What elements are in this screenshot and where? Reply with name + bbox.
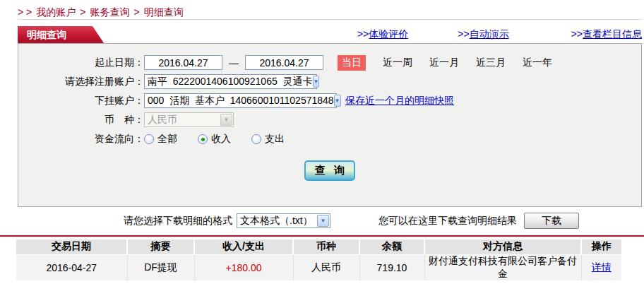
link-label: 查看栏目信息 (583, 28, 642, 40)
download-button[interactable]: 下载 (524, 213, 579, 229)
cell-currency: 人民币 (293, 254, 359, 280)
cell-date: 2016-04-27 (16, 254, 127, 280)
fund-flow-option-income: 收入 (211, 133, 231, 146)
link-prefix: >> (571, 28, 583, 40)
fund-flow-option-all: 全部 (157, 133, 177, 146)
cell-balance: 719.10 (359, 254, 424, 280)
link-experience-rating[interactable]: >>体验评价 (357, 28, 408, 41)
link-label: 自动演示 (470, 28, 509, 40)
fund-flow-option-expense: 支出 (265, 133, 285, 146)
link-label: 体验评价 (369, 28, 408, 40)
link-prefix: >> (458, 28, 469, 40)
col-header-date: 交易日期 (16, 239, 127, 254)
download-hint: 您可以在这里下载查询明细结果 (378, 215, 517, 227)
link-prefix: >> (357, 28, 369, 40)
divider (18, 19, 642, 20)
table-header-row: 交易日期 摘要 收入/支出 币种 余额 对方信息 操作 (16, 239, 621, 254)
detail-link[interactable]: 详情 (592, 261, 612, 273)
fund-flow-row: 资金流向： 全部 收入 支出 (18, 129, 641, 148)
quick-link-last-year[interactable]: 近一年 (523, 57, 552, 69)
download-format-value: 文本格式（.txt） (240, 215, 313, 227)
col-header-amount: 收入/支出 (194, 239, 293, 254)
registered-account-row: 请选择注册账户： 南平 6222001406100921065 灵通卡 ▼ (18, 72, 641, 91)
table-top-rule (0, 235, 644, 237)
registered-account-value: 南平 6222001406100921065 灵通卡 (148, 76, 313, 88)
download-row: 请您选择下载明细的格式 文本格式（.txt） ▼ 您可以在这里下载查询明细结果 … (0, 212, 644, 230)
radio-icon[interactable] (198, 134, 208, 144)
sub-account-select[interactable]: 000 活期 基本户 1406600101102571848 ▼ (144, 93, 337, 108)
breadcrumb-item-my-account[interactable]: 我的账户 (36, 6, 76, 18)
end-date-input[interactable] (245, 55, 323, 70)
cell-counterparty: 财付通支付科技有限公司客户备付金 (424, 254, 581, 280)
quick-link-last-month[interactable]: 近一月 (429, 57, 459, 69)
sub-account-value: 000 活期 基本户 1406600101102571848 (148, 95, 334, 107)
quick-link-last-3-months[interactable]: 近三月 (476, 57, 506, 69)
chevron-down-icon[interactable]: ▼ (317, 215, 329, 227)
breadcrumb-item-detail-query[interactable]: 明细查询 (144, 6, 184, 18)
quick-link-last-week[interactable]: 近一周 (383, 57, 412, 69)
fund-flow-radio[interactable]: 全部 (144, 133, 177, 146)
chevron-down-icon[interactable]: ▼ (334, 95, 341, 107)
currency-label: 币 种： (18, 114, 144, 126)
chevron-down-icon: ▼ (220, 114, 232, 126)
radio-icon[interactable] (144, 134, 154, 144)
download-format-label: 请您选择下载明细的格式 (124, 215, 232, 227)
fund-flow-label: 资金流向： (18, 133, 144, 146)
today-badge[interactable]: 当日 (338, 55, 366, 71)
col-header-currency: 币种 (293, 239, 359, 254)
cell-action: 详情 (581, 254, 621, 280)
breadcrumb-item-account-query[interactable]: 账务查询 (90, 6, 129, 18)
col-header-balance: 余额 (359, 239, 424, 254)
page: > >我的账户>账务查询>明细查询 明细查询 >>体验评价 >>自动演示 >>查… (0, 0, 644, 280)
col-header-action: 操作 (581, 239, 621, 254)
download-format-select[interactable]: 文本格式（.txt） ▼ (237, 213, 330, 228)
sub-account-label: 下挂账户： (18, 95, 144, 107)
header-links: >>体验评价 >>自动演示 >>查看栏目信息 (314, 28, 642, 41)
query-form-panel: 起止日期： — 当日 近一周 近一月 近三月 近一年 请选择注册账户： 南平 6… (18, 43, 642, 207)
breadcrumb-arrows: > > (18, 6, 32, 18)
query-button[interactable]: 查 询 (304, 160, 355, 181)
fund-flow-radio[interactable]: 收入 (198, 133, 231, 146)
save-snapshot-link[interactable]: 保存近一个月的明细快照 (345, 95, 454, 107)
sub-account-row: 下挂账户： 000 活期 基本户 1406600101102571848 ▼ 保… (18, 91, 641, 110)
currency-row: 币 种： 人民币 ▼ (18, 110, 641, 129)
cell-summary: DF提现 (127, 254, 194, 280)
date-separator: — (229, 57, 239, 69)
tab-detail-query: 明细查询 (18, 26, 104, 43)
cell-amount: +180.00 (194, 254, 293, 280)
currency-select-disabled: 人民币 ▼ (144, 112, 234, 127)
link-view-column-info[interactable]: >>查看栏目信息 (571, 28, 642, 41)
col-header-summary: 摘要 (127, 239, 194, 254)
chevron-down-icon[interactable]: ▼ (313, 76, 320, 88)
date-range-row: 起止日期： — 当日 近一周 近一月 近三月 近一年 (18, 53, 641, 72)
radio-icon[interactable] (251, 134, 261, 144)
panel-header: 明细查询 >>体验评价 >>自动演示 >>查看栏目信息 (18, 26, 642, 43)
col-header-counterparty: 对方信息 (424, 239, 581, 254)
breadcrumb: > >我的账户>账务查询>明细查询 (0, 0, 644, 19)
registered-account-select[interactable]: 南平 6222001406100921065 灵通卡 ▼ (144, 74, 317, 89)
registered-account-label: 请选择注册账户： (18, 76, 144, 88)
currency-value: 人民币 (148, 114, 177, 126)
breadcrumb-separator: > (80, 6, 85, 18)
breadcrumb-separator: > (133, 6, 139, 18)
date-range-label: 起止日期： (18, 57, 144, 69)
start-date-input[interactable] (144, 55, 222, 70)
fund-flow-radio[interactable]: 支出 (251, 133, 285, 146)
link-auto-demo[interactable]: >>自动演示 (458, 28, 508, 41)
transactions-table: 交易日期 摘要 收入/支出 币种 余额 对方信息 操作 2016-04-27 D… (16, 239, 621, 280)
table-row: 2016-04-27 DF提现 +180.00 人民币 719.10 财付通支付… (16, 254, 621, 280)
